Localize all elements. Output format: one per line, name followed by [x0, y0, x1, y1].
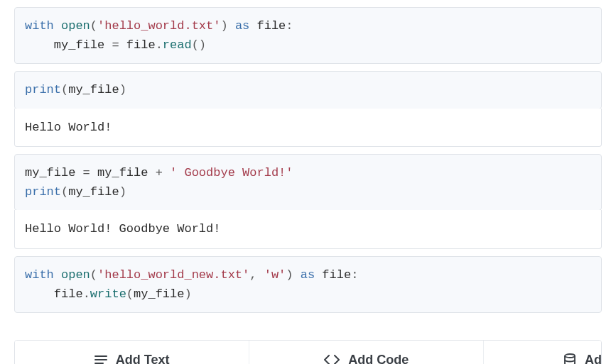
code-token: ): [184, 287, 191, 301]
code-token: open: [61, 19, 90, 33]
code-cell[interactable]: with open('hello_world_new.txt', 'w') as…: [14, 256, 602, 313]
code-token: my_file: [25, 166, 75, 180]
code-token: 'hello_world.txt': [97, 19, 220, 33]
code-token: read: [163, 38, 192, 52]
code-token: as: [301, 268, 315, 282]
code-token: [25, 38, 54, 52]
code-token: 'hello_world_new.txt': [97, 268, 249, 282]
output-cell: Hello World!: [14, 109, 602, 148]
code-token: 'w': [264, 268, 286, 282]
add-more-button[interactable]: Add: [484, 341, 601, 364]
code-token: ,: [249, 268, 264, 282]
code-token: my_file: [68, 185, 119, 199]
code-token: (: [90, 19, 97, 33]
code-token: ): [119, 185, 126, 199]
add-code-button[interactable]: Add Code: [249, 341, 484, 364]
code-token: =: [104, 38, 126, 52]
button-label: Add Code: [348, 353, 409, 364]
code-icon: [324, 355, 340, 364]
code-token: =: [75, 166, 97, 180]
code-token: ): [286, 268, 293, 282]
code-token: file: [256, 19, 286, 33]
code-cell[interactable]: print(my_file): [14, 71, 602, 109]
code-token: (: [90, 268, 97, 282]
code-token: file: [322, 268, 351, 282]
code-token: as: [235, 19, 249, 33]
database-icon: [563, 353, 576, 364]
code-token: write: [90, 287, 126, 301]
code-token: with: [25, 268, 54, 282]
code-token: .: [156, 38, 163, 52]
code-token: :: [286, 19, 293, 33]
code-token: (: [126, 287, 134, 301]
code-token: +: [148, 166, 170, 180]
code-token: (): [192, 38, 206, 52]
code-token: my_file: [134, 287, 184, 301]
code-token: open: [61, 268, 90, 282]
code-token: :: [351, 268, 358, 282]
output-cell: Hello World! Goodbye World!: [14, 210, 602, 249]
text-lines-icon: [94, 355, 107, 364]
code-token: (: [61, 185, 68, 199]
button-label: Add: [585, 353, 601, 364]
code-token: ' Goodbye World!': [170, 166, 293, 180]
code-token: [25, 287, 54, 301]
notebook: with open('hello_world.txt') as file: my…: [0, 7, 616, 364]
code-token: (: [61, 83, 68, 96]
code-token: ): [220, 19, 227, 33]
code-token: ): [119, 83, 126, 96]
code-token: file: [126, 38, 156, 52]
code-token: .: [83, 287, 90, 301]
code-token: file: [54, 287, 83, 301]
code-token: my_file: [97, 166, 148, 180]
code-token: my_file: [54, 38, 104, 52]
svg-point-3: [565, 354, 575, 358]
add-text-button[interactable]: Add Text: [15, 341, 249, 364]
code-cell[interactable]: my_file = my_file + ' Goodbye World!' pr…: [14, 154, 602, 211]
code-cell[interactable]: with open('hello_world.txt') as file: my…: [14, 7, 602, 64]
button-label: Add Text: [116, 353, 170, 364]
notebook-toolbar: Add Text Add Code Add: [14, 340, 602, 364]
code-token: print: [25, 185, 61, 199]
code-token: my_file: [68, 83, 119, 96]
code-token: print: [25, 83, 61, 96]
code-token: with: [25, 19, 54, 33]
